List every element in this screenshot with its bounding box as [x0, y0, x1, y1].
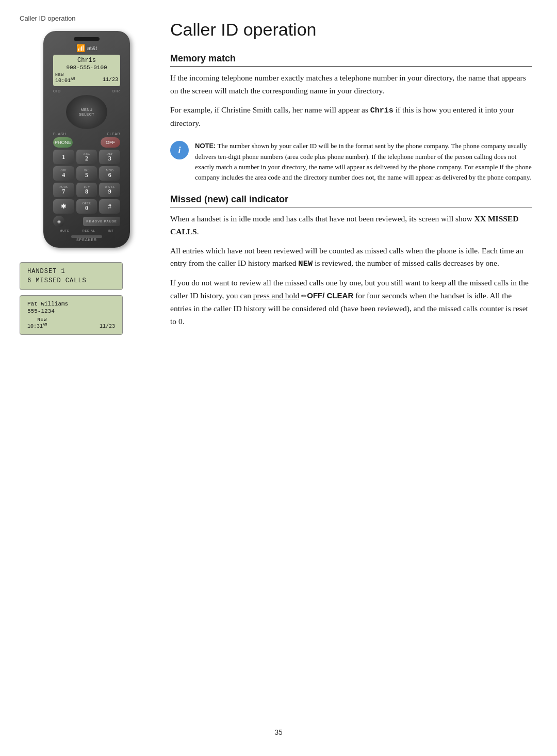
lcd-missed-calls: 6 MISSED CALLS — [27, 277, 115, 284]
right-column: Caller ID operation Memory match If the … — [170, 20, 532, 339]
lcd-time: 10:31AM — [27, 323, 47, 329]
press-hold-underline: press and hold — [253, 291, 300, 300]
page-number: 35 — [274, 728, 283, 736]
logo-area: 📶 at&t — [76, 44, 97, 53]
lcd-caller-name: Pat Williams — [27, 301, 115, 307]
key-2: ABC2 — [76, 150, 97, 164]
lcd-handset-label: HANDSET 1 — [27, 268, 115, 275]
lcd-caller-number: 555-1234 — [27, 308, 115, 314]
key-star: ✱ — [53, 199, 74, 214]
screen-caller-name: Chris — [77, 57, 96, 64]
flash-clear-row: FLASH CLEAR — [53, 132, 120, 136]
att-logo-text: at&t — [87, 45, 97, 51]
memory-match-heading: Memory match — [170, 53, 532, 67]
remove-pause-button: REMOVE PAUSE — [83, 217, 120, 226]
handset-screen: Chris 908-555-0100 NEW 10:01AM 11/23 — [53, 55, 120, 86]
screen-time-date-row: 10:01AM 11/23 — [55, 77, 118, 84]
lcd-new-label: NEW — [27, 317, 47, 323]
speaker-grille — [74, 37, 100, 41]
lcd-screen-1: HANDSET 1 6 MISSED CALLS — [20, 262, 123, 290]
lcd-date: 11/23 — [100, 324, 115, 329]
memory-match-para-2: For example, if Christine Smith calls, h… — [170, 104, 532, 130]
missed-call-para-3: If you do not want to review all the mis… — [170, 277, 532, 328]
remove-pause-label: REMOVE PAUSE — [86, 220, 117, 223]
control-row: ◉ REMOVE PAUSE — [53, 216, 120, 227]
dir-button-label: DIR — [112, 89, 120, 93]
missed-call-body: When a handset is in idle mode and has c… — [170, 213, 532, 328]
key-4: GHI4 — [53, 166, 74, 181]
xx-missed-calls-inline: XX MISSED CALLS — [170, 214, 518, 236]
handset-device: 📶 at&t Chris 908-555-0100 NEW 10:01AM 11… — [43, 31, 130, 248]
key-8: TUV8 — [76, 183, 97, 197]
missed-call-heading: Missed (new) call indicator — [170, 194, 532, 207]
new-label-inline: NEW — [298, 259, 313, 268]
lcd-bottom-row: NEW 10:31AM 11/23 — [27, 317, 115, 329]
off-clear-text: OFF/ CLEAR — [307, 291, 353, 300]
redial-label: REDIAL — [83, 229, 95, 232]
missed-call-para-1: When a handset is in idle mode and has c… — [170, 213, 532, 238]
section-missed-calls: Missed (new) call indicator When a hands… — [170, 194, 532, 328]
screen-bottom-row: NEW — [55, 72, 118, 77]
screen-time: 10:01AM — [55, 77, 75, 84]
nav-button-row: CID DIR — [53, 89, 120, 93]
lcd-screens-group: HANDSET 1 6 MISSED CALLS Pat Williams 55… — [20, 262, 154, 335]
note-label: NOTE: — [195, 142, 216, 150]
key-9: WXYZ9 — [99, 183, 120, 197]
key-5: JKL5 — [76, 166, 97, 181]
memory-match-para-1: If the incoming telephone number exactly… — [170, 72, 532, 98]
lcd-screen-2: Pat Williams 555-1234 NEW 10:31AM 11/23 — [20, 295, 123, 335]
key-7: PQRS7 — [53, 183, 74, 197]
keypad: 1 ABC2 DEF3 GHI4 JKL5 MNO6 PQRS7 — [53, 150, 120, 214]
mute-label: MUTE — [60, 229, 70, 232]
nav-circle: MENUSELECT — [66, 95, 107, 129]
key-0: OPER0 — [76, 199, 97, 214]
key-1: 1 — [53, 150, 74, 164]
handset-illustration: 📶 at&t Chris 908-555-0100 NEW 10:01AM 11… — [20, 31, 154, 248]
clear-label: CLEAR — [107, 132, 120, 136]
screen-caller-number: 908-555-0100 — [66, 65, 107, 71]
flash-label: FLASH — [53, 132, 66, 136]
chris-inline: Chris — [370, 106, 394, 115]
note-text: NOTE: The number shown by your caller ID… — [195, 141, 532, 183]
screen-date: 11/23 — [103, 77, 118, 84]
speaker-label: SPEAKER — [76, 238, 97, 242]
key-hash: # — [99, 199, 120, 214]
phone-off-icon: ✏ — [301, 291, 307, 302]
note-box: i NOTE: The number shown by your caller … — [170, 141, 532, 183]
cid-button-label: CID — [53, 89, 61, 93]
key-3: DEF3 — [99, 150, 120, 164]
att-icon: 📶 — [76, 44, 85, 53]
note-body: The number shown by your caller ID will … — [195, 142, 532, 181]
breadcrumb: Caller ID operation — [20, 14, 75, 22]
page-title: Caller ID operation — [170, 20, 532, 40]
key-6: MNO6 — [99, 166, 120, 181]
nav-center-label: MENUSELECT — [79, 107, 94, 117]
section-memory-match: Memory match If the incoming telephone n… — [170, 53, 532, 130]
left-column: 📶 at&t Chris 908-555-0100 NEW 10:01AM 11… — [20, 31, 154, 335]
missed-call-para-2: All entries which have not been reviewed… — [170, 245, 532, 271]
info-icon: i — [170, 141, 189, 159]
int-label: INT — [108, 229, 113, 232]
memory-match-body: If the incoming telephone number exactly… — [170, 72, 532, 130]
screen-new-label: NEW — [55, 72, 64, 77]
